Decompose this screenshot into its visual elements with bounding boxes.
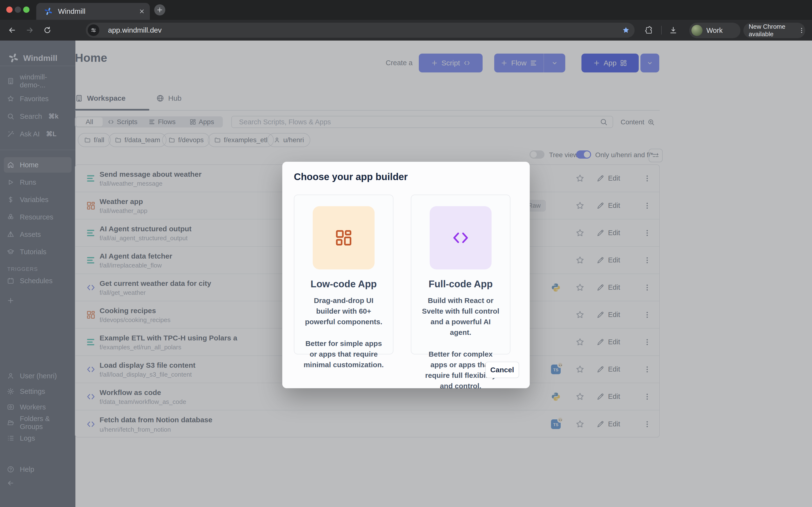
profile-button[interactable]: Work <box>689 23 741 38</box>
code-icon <box>451 228 470 247</box>
chrome-update-button[interactable]: New Chrome available <box>743 23 805 38</box>
address-bar[interactable]: app.windmill.dev <box>86 23 635 38</box>
full-code-description: Build with React or Svelte with full con… <box>419 295 502 338</box>
full-code-title: Full-code App <box>411 279 510 289</box>
reload-icon[interactable] <box>43 26 52 35</box>
window-close-light[interactable] <box>6 6 12 13</box>
windmill-app: Windmill windmill-demo-... Favorites Sea… <box>0 41 812 507</box>
cancel-button[interactable]: Cancel <box>485 362 519 378</box>
app-builder-modal: Choose your app builder Low-code App Dra… <box>282 162 530 388</box>
low-code-title: Low-code App <box>294 279 393 289</box>
new-tab-button[interactable] <box>154 4 165 15</box>
windmill-favicon <box>44 7 53 16</box>
tab-strip: Windmill <box>0 0 812 20</box>
toolbar-divider <box>661 26 662 35</box>
browser-toolbar: app.windmill.dev Work New Chrome availab… <box>0 20 812 41</box>
low-code-note: Better for simple apps or apps that requ… <box>303 338 385 370</box>
low-code-app-card[interactable]: Low-code App Drag-and-drop UI builder wi… <box>294 194 394 354</box>
full-code-tile <box>430 206 492 270</box>
url-text: app.windmill.dev <box>108 26 162 34</box>
bookmark-star-icon[interactable] <box>621 26 630 35</box>
tab-close-icon[interactable] <box>139 8 145 14</box>
avatar <box>692 25 703 36</box>
full-code-app-card[interactable]: Full-code App Build with React or Svelte… <box>411 194 510 354</box>
profile-label: Work <box>706 26 723 35</box>
window-minimize-light[interactable] <box>15 6 21 13</box>
app-grid-icon <box>334 228 353 247</box>
browser-tab-windmill[interactable]: Windmill <box>36 3 150 20</box>
back-icon[interactable] <box>8 26 16 35</box>
low-code-description: Drag-and-drop UI builder with 60+ powerf… <box>303 295 385 327</box>
low-code-tile <box>313 206 374 270</box>
modal-title: Choose your app builder <box>294 171 408 182</box>
update-label: New Chrome available <box>749 23 797 38</box>
plus-icon <box>156 6 163 13</box>
extensions-icon[interactable] <box>645 26 654 35</box>
tab-title: Windmill <box>58 7 85 15</box>
cancel-label: Cancel <box>490 366 514 374</box>
downloads-icon[interactable] <box>669 26 678 35</box>
window-zoom-light[interactable] <box>23 6 30 13</box>
browser-chrome: Windmill app.windmill.dev Work New Chro <box>0 0 812 41</box>
menu-kebab-icon[interactable] <box>798 27 805 34</box>
forward-icon[interactable] <box>26 26 34 35</box>
site-settings-icon[interactable] <box>88 24 99 36</box>
